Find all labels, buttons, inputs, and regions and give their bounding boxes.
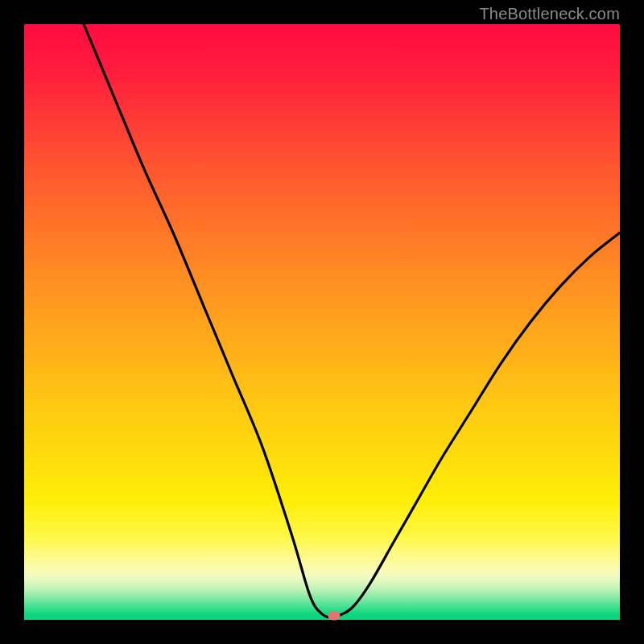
watermark-text: TheBottleneck.com	[479, 5, 620, 23]
chart-plot-area	[24, 24, 620, 620]
bottleneck-curve	[24, 24, 620, 620]
chart-frame: TheBottleneck.com	[0, 0, 644, 644]
optimal-point-marker	[328, 611, 340, 620]
